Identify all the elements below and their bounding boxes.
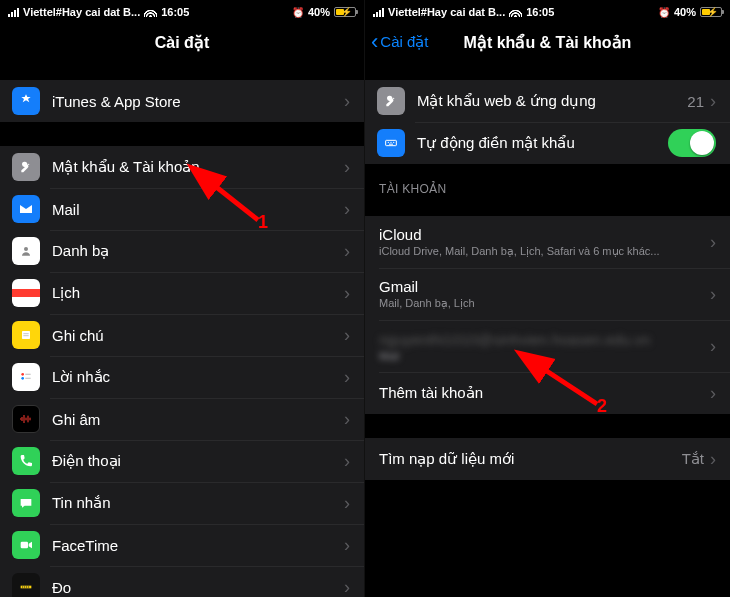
row-label: Thêm tài khoản bbox=[379, 384, 710, 402]
chevron-right-icon: › bbox=[710, 284, 716, 305]
row-label: Mật khẩu & Tài khoản bbox=[52, 158, 344, 176]
svg-rect-1 bbox=[22, 331, 30, 339]
row-label: iCloud bbox=[379, 226, 710, 243]
wifi-icon bbox=[509, 7, 522, 17]
svg-point-4 bbox=[21, 373, 24, 376]
alarm-icon: ⏰ bbox=[658, 7, 670, 18]
row-gmail[interactable]: Gmail Mail, Danh bạ, Lịch › bbox=[365, 268, 730, 320]
section-header-accounts: TÀI KHOẢN bbox=[365, 164, 730, 202]
notes-icon bbox=[12, 321, 40, 349]
svg-point-5 bbox=[21, 377, 24, 380]
row-calendar[interactable]: Lịch › bbox=[0, 272, 364, 314]
row-label: Gmail bbox=[379, 278, 710, 295]
row-label: Tự động điền mật khẩu bbox=[417, 134, 668, 152]
row-facetime[interactable]: FaceTime › bbox=[0, 524, 364, 566]
svg-rect-6 bbox=[25, 374, 30, 375]
row-label: Ghi chú bbox=[52, 327, 344, 344]
navbar: Cài đặt bbox=[0, 22, 364, 62]
status-bar: Viettel#Hay cai dat B... 16:05 ⏰ 40% ⚡ bbox=[0, 0, 364, 22]
row-label: Ghi âm bbox=[52, 411, 344, 428]
row-autofill[interactable]: Tự động điền mật khẩu bbox=[365, 122, 730, 164]
row-icloud[interactable]: iCloud iCloud Drive, Mail, Danh bạ, Lịch… bbox=[365, 216, 730, 268]
facetime-icon bbox=[12, 531, 40, 559]
battery-pct: 40% bbox=[674, 6, 696, 18]
row-label: Đo bbox=[52, 579, 344, 596]
row-reminders[interactable]: Lời nhắc › bbox=[0, 356, 364, 398]
svg-rect-8 bbox=[21, 542, 28, 549]
group-passwords: Mật khẩu web & ứng dụng 21 › Tự động điề… bbox=[365, 80, 730, 164]
row-label: iTunes & App Store bbox=[52, 93, 344, 110]
back-label: Cài đặt bbox=[380, 33, 428, 51]
messages-icon bbox=[12, 489, 40, 517]
group-store: iTunes & App Store › bbox=[0, 80, 364, 122]
row-account-hidden[interactable]: nguyenthi1010@sinhvien.hoasen.edu.vn Mai… bbox=[365, 320, 730, 372]
row-label: Danh bạ bbox=[52, 242, 344, 260]
row-label: Tin nhắn bbox=[52, 494, 344, 512]
svg-rect-9 bbox=[21, 586, 32, 589]
row-phone[interactable]: Điện thoại › bbox=[0, 440, 364, 482]
row-measure[interactable]: Đo › bbox=[0, 566, 364, 597]
battery-icon: ⚡ bbox=[334, 7, 356, 17]
wifi-icon bbox=[144, 7, 157, 17]
svg-point-17 bbox=[390, 142, 391, 143]
chevron-right-icon: › bbox=[344, 535, 350, 556]
row-web-passwords[interactable]: Mật khẩu web & ứng dụng 21 › bbox=[365, 80, 730, 122]
row-label: Tìm nạp dữ liệu mới bbox=[379, 450, 682, 468]
row-passwords-accounts[interactable]: Mật khẩu & Tài khoản › bbox=[0, 146, 364, 188]
carrier-label: Viettel#Hay cai dat B... bbox=[23, 6, 140, 18]
mail-icon bbox=[12, 195, 40, 223]
phone-icon bbox=[12, 447, 40, 475]
passwords-screen: Viettel#Hay cai dat B... 16:05 ⏰ 40% ⚡ ‹… bbox=[365, 0, 730, 597]
chevron-right-icon: › bbox=[710, 449, 716, 470]
calendar-icon bbox=[12, 279, 40, 307]
chevron-right-icon: › bbox=[344, 157, 350, 178]
measure-icon bbox=[12, 573, 40, 597]
chevron-right-icon: › bbox=[344, 577, 350, 598]
row-label: nguyenthi1010@sinhvien.hoasen.edu.vn bbox=[379, 331, 710, 348]
chevron-right-icon: › bbox=[710, 383, 716, 404]
chevron-right-icon: › bbox=[344, 241, 350, 262]
chevron-right-icon: › bbox=[710, 91, 716, 112]
row-add-account[interactable]: Thêm tài khoản › bbox=[365, 372, 730, 414]
autofill-toggle[interactable] bbox=[668, 129, 716, 157]
battery-pct: 40% bbox=[308, 6, 330, 18]
row-messages[interactable]: Tin nhắn › bbox=[0, 482, 364, 524]
page-title: Cài đặt bbox=[155, 33, 209, 52]
battery-icon: ⚡ bbox=[700, 7, 722, 17]
group-apps1: Mật khẩu & Tài khoản › Mail › Danh bạ › bbox=[0, 146, 364, 597]
row-fetch-data[interactable]: Tìm nạp dữ liệu mới Tắt › bbox=[365, 438, 730, 480]
row-label: Mail bbox=[52, 201, 344, 218]
key-icon bbox=[12, 153, 40, 181]
chevron-right-icon: › bbox=[344, 409, 350, 430]
svg-point-0 bbox=[24, 247, 28, 251]
chevron-right-icon: › bbox=[710, 232, 716, 253]
row-mail[interactable]: Mail › bbox=[0, 188, 364, 230]
time-label: 16:05 bbox=[161, 6, 189, 18]
row-value: 21 bbox=[687, 93, 704, 110]
row-itunes-appstore[interactable]: iTunes & App Store › bbox=[0, 80, 364, 122]
chevron-right-icon: › bbox=[344, 451, 350, 472]
time-label: 16:05 bbox=[526, 6, 554, 18]
row-voicememos[interactable]: Ghi âm › bbox=[0, 398, 364, 440]
chevron-right-icon: › bbox=[344, 91, 350, 112]
row-notes[interactable]: Ghi chú › bbox=[0, 314, 364, 356]
row-label: Lịch bbox=[52, 284, 344, 302]
back-button[interactable]: ‹ Cài đặt bbox=[371, 22, 429, 62]
chevron-right-icon: › bbox=[344, 493, 350, 514]
alarm-icon: ⏰ bbox=[292, 7, 304, 18]
reminders-icon bbox=[12, 363, 40, 391]
chevron-right-icon: › bbox=[344, 367, 350, 388]
settings-screen: Viettel#Hay cai dat B... 16:05 ⏰ 40% ⚡ C… bbox=[0, 0, 365, 597]
chevron-right-icon: › bbox=[344, 325, 350, 346]
carrier-label: Viettel#Hay cai dat B... bbox=[388, 6, 505, 18]
waveform-icon bbox=[12, 405, 40, 433]
chevron-right-icon: › bbox=[344, 283, 350, 304]
svg-point-16 bbox=[388, 142, 389, 143]
row-sublabel: Mail bbox=[379, 350, 710, 362]
group-accounts: iCloud iCloud Drive, Mail, Danh bạ, Lịch… bbox=[365, 216, 730, 414]
chevron-right-icon: › bbox=[344, 199, 350, 220]
row-contacts[interactable]: Danh bạ › bbox=[0, 230, 364, 272]
row-label: Mật khẩu web & ứng dụng bbox=[417, 92, 687, 110]
row-label: FaceTime bbox=[52, 537, 344, 554]
status-bar: Viettel#Hay cai dat B... 16:05 ⏰ 40% ⚡ bbox=[365, 0, 730, 22]
